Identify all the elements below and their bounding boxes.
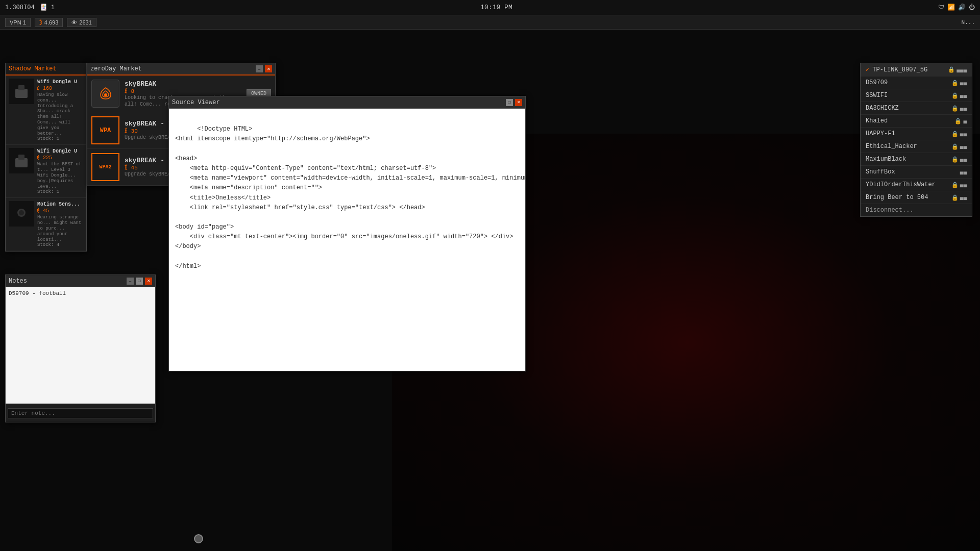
taskbar-second: VPN 1 ₿ 4.693 👁 2631 N... [0, 15, 980, 30]
market-item-3-icon [9, 201, 34, 227]
source-line-7: <meta name="description" content=""> [175, 184, 322, 191]
wifi-network-tp-link[interactable]: ✓ TP-LINK_8907_5G 🔒 ▄▄▄ [861, 63, 972, 77]
shadow-market-titlebar[interactable]: Shadow Market [6, 63, 86, 76]
market-item-1-info: Wifi Dongle U ₿ 160 Having slow conn... … [37, 79, 83, 141]
wifi-network-d59709[interactable]: D59709 🔒 ▄▄ [861, 77, 972, 89]
zd-minimize-button[interactable]: – [256, 65, 263, 72]
notes-maximize-button[interactable]: □ [136, 278, 143, 285]
notes-content: D59709 - football [6, 287, 155, 404]
source-viewer-controls: □ ✕ [506, 99, 522, 106]
taskbar-card: 🃏 1 [40, 4, 55, 11]
lock-icon-d59709: 🔒 [951, 80, 959, 86]
taskbar-clock: 10:19 PM [480, 4, 512, 11]
wifi-selected-icon: ✓ [866, 66, 869, 73]
notes-controls: – □ ✕ [127, 278, 152, 285]
market-item-2-info: Wifi Dongle U ₿ 225 Want the BEST of t..… [37, 148, 83, 194]
wifi-network-da3chickz[interactable]: DA3CHICKZ 🔒 ▄▄ [861, 102, 972, 115]
market-item-1[interactable]: Wifi Dongle U ₿ 160 Having slow conn... … [6, 76, 86, 145]
zero-day-market-controls: – ✕ [256, 65, 272, 72]
sv-maximize-button[interactable]: □ [506, 99, 513, 106]
source-line-4: <head> [175, 155, 197, 162]
power-icon: ⏻ [969, 4, 975, 11]
source-line-5: <meta http-equiv="Content-Type" content=… [175, 165, 436, 172]
market-item-2[interactable]: Wifi Dongle U ₿ 225 Want the BEST of t..… [6, 145, 86, 198]
wifi-network-uappy[interactable]: UAPPY-F1 🔒 ▄▄ [861, 128, 972, 140]
zd-item-1-icon [91, 80, 119, 108]
svg-point-8 [19, 210, 24, 215]
circle-button[interactable] [194, 534, 203, 543]
wifi-network-bring-beer[interactable]: Bring Beer to 504 🔒 ▄▄ [861, 191, 972, 204]
wifi-network-sswifi[interactable]: SSWIFI 🔒 ▄▄ [861, 89, 972, 102]
notes-title: Notes [9, 278, 27, 285]
source-line-13: </body> [175, 243, 201, 250]
lock-icon-sswifi: 🔒 [951, 92, 959, 99]
zd-close-button[interactable]: ✕ [265, 65, 272, 72]
notes-text: D59709 - football [9, 290, 66, 296]
sv-close-button[interactable]: ✕ [515, 99, 522, 106]
shield-icon: 🛡 [938, 4, 944, 11]
source-viewer-title: Source Viewer [172, 99, 220, 106]
taskbar-left: 1.308I04 🃏 1 [5, 4, 55, 11]
svg-point-10 [104, 93, 107, 96]
zero-day-market-title: zeroDay Market [90, 65, 142, 72]
vpn-button[interactable]: VPN 1 [5, 18, 31, 27]
source-viewer-window: Source Viewer □ ✕ <!Doctype HTML> <html … [168, 96, 526, 371]
source-line-12: <div class="mt text-center"><img border=… [175, 233, 513, 240]
volume-icon: 🔊 [958, 4, 966, 11]
wifi-disconnect-button[interactable]: Disconnect... [861, 204, 972, 216]
source-viewer-titlebar[interactable]: Source Viewer □ ✕ [169, 96, 525, 109]
svg-rect-2 [18, 85, 24, 90]
notes-input-area [6, 404, 155, 422]
wifi-network-khaled[interactable]: Khaled 🔒 ▄ [861, 115, 972, 128]
notes-titlebar[interactable]: Notes – □ ✕ [6, 275, 155, 287]
lock-icon-uappy: 🔒 [951, 131, 959, 137]
wifi-network-ydidinorder[interactable]: YDidIOrderThisWater 🔒 ▄▄ [861, 179, 972, 191]
right-market-label: N... [962, 19, 975, 26]
wifi-dropdown: ✓ TP-LINK_8907_5G 🔒 ▄▄▄ D59709 🔒 ▄▄ SSWI… [860, 63, 972, 217]
notes-minimize-button[interactable]: – [127, 278, 134, 285]
desktop: Shadow Market Wifi Dongle U ₿ 160 Having… [0, 30, 980, 551]
source-line-9: <link rel="stylesheet" href="style.css" … [175, 204, 425, 211]
notes-close-button[interactable]: ✕ [145, 278, 152, 285]
wpa-badge: WPA [91, 116, 119, 144]
wifi-network-ethical-hacker[interactable]: Ethical_Hacker 🔒 ▄▄ [861, 140, 972, 153]
source-line-8: <title>Oneless</title> [175, 194, 271, 202]
taskbar-top: 1.308I04 🃏 1 10:19 PM 🛡 📶 🔊 ⏻ [0, 0, 980, 15]
lock-icon-da3chickz: 🔒 [951, 105, 959, 112]
lock-icon: 🔒 [948, 66, 955, 73]
notes-input[interactable] [8, 408, 153, 418]
source-line-11: <body id="page"> [175, 223, 234, 231]
tray-area: 🛡 📶 🔊 ⏻ [938, 4, 975, 11]
zero-day-market-titlebar[interactable]: zeroDay Market – ✕ [87, 63, 275, 76]
shadow-market-title: Shadow Market [9, 65, 57, 72]
source-content: <!Doctype HTML> <html itemscope itemtype… [169, 109, 525, 371]
market-item-2-icon [9, 148, 34, 173]
lock-icon-khaled: 🔒 [954, 118, 962, 124]
source-line-2: <html itemscope itemtype="http://schema.… [175, 135, 370, 142]
shadow-market-window: Shadow Market Wifi Dongle U ₿ 160 Having… [5, 63, 87, 252]
wpa2-badge: WPA2 [91, 153, 119, 181]
wifi-signal-icon: ▄▄▄ [957, 67, 967, 73]
wifi-network-snuffbox[interactable]: SnuffBox ▄▄ [861, 166, 972, 179]
wifi-tp-link-icons: 🔒 ▄▄▄ [948, 66, 967, 73]
lock-icon-maxium: 🔒 [951, 156, 959, 163]
currency2-button[interactable]: 👁 2631 [67, 18, 96, 27]
lock-icon-ethical: 🔒 [951, 143, 959, 150]
currency1-button[interactable]: ₿ 4.693 [35, 18, 63, 27]
svg-rect-5 [18, 155, 24, 160]
taskbar-id: 1.308I04 [5, 4, 35, 11]
wifi-network-maxiumblack[interactable]: MaxiumBlack 🔒 ▄▄ [861, 153, 972, 166]
source-line-6: <meta name="viewport" content="width=dev… [175, 174, 525, 182]
wifi-tray-icon[interactable]: 📶 [947, 4, 955, 11]
market-item-1-icon [9, 79, 34, 104]
market-item-3-info: Motion Sens... ₿ 45 Hearing strange no..… [37, 201, 83, 247]
lock-icon-beer: 🔒 [951, 194, 959, 201]
notes-window: Notes – □ ✕ D59709 - football [5, 274, 156, 422]
market-item-3[interactable]: Motion Sens... ₿ 45 Hearing strange no..… [6, 198, 86, 251]
source-line-15: </html> [175, 263, 201, 270]
wifi-tp-link-left: ✓ TP-LINK_8907_5G [866, 66, 927, 73]
lock-icon-ydid: 🔒 [951, 182, 959, 188]
source-line-1: <!Doctype HTML> [197, 126, 252, 133]
